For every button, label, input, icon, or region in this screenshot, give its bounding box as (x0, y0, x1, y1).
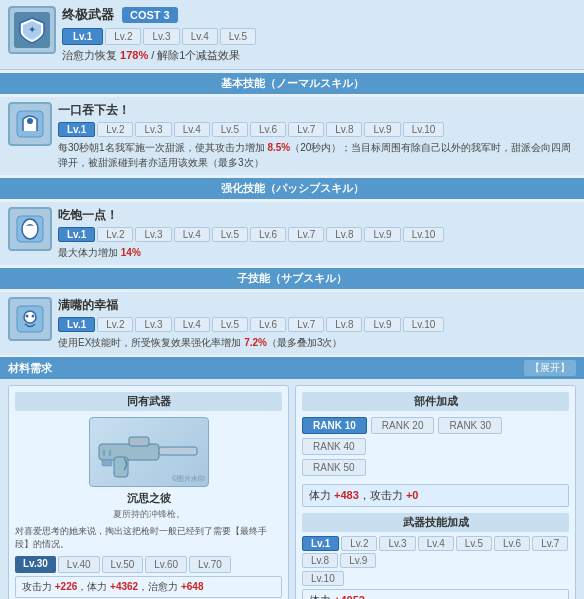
ws-stat-hp: +4052 (334, 594, 365, 599)
gun-sprite-svg (94, 422, 204, 482)
rank-row-1: RANK 10 RANK 20 RANK 30 RANK 40 (302, 417, 569, 455)
weapon-lv2[interactable]: Lv.2 (105, 28, 141, 45)
basic-lv8[interactable]: Lv.8 (326, 122, 362, 137)
wlevel-heal: +648 (181, 581, 204, 592)
parts-panel: 部件加成 RANK 10 RANK 20 RANK 30 RANK 40 RAN… (295, 385, 576, 599)
rank10-btn[interactable]: RANK 10 (302, 417, 367, 434)
basic-skill-icon (8, 102, 52, 146)
ws-lv5[interactable]: Lv.5 (456, 536, 492, 551)
ws-lv1[interactable]: Lv.1 (302, 536, 339, 551)
sub-lv1[interactable]: Lv.1 (58, 317, 95, 332)
svg-rect-12 (129, 437, 149, 446)
enh-lv7[interactable]: Lv.7 (288, 227, 324, 242)
basic-lv2[interactable]: Lv.2 (97, 122, 133, 137)
enh-lv8[interactable]: Lv.8 (326, 227, 362, 242)
basic-skill-name: 一口吞下去！ (58, 102, 576, 119)
svg-point-8 (32, 315, 35, 318)
rank-stat-hp: +483 (334, 489, 359, 501)
enhance-skill-levels: Lv.1 Lv.2 Lv.3 Lv.4 Lv.5 Lv.6 Lv.7 Lv.8 … (58, 227, 576, 242)
enh-lv5[interactable]: Lv.5 (212, 227, 248, 242)
ws-lv6[interactable]: Lv.6 (494, 536, 530, 551)
sub-lv4[interactable]: Lv.4 (174, 317, 210, 332)
ws-lv10[interactable]: Lv.10 (302, 571, 344, 586)
enh-lv10[interactable]: Lv.10 (403, 227, 445, 242)
materials-title: 材料需求 (8, 361, 52, 376)
sub-lv8[interactable]: Lv.8 (326, 317, 362, 332)
rank30-btn[interactable]: RANK 30 (438, 417, 502, 434)
sub-lv2[interactable]: Lv.2 (97, 317, 133, 332)
ws-lv4[interactable]: Lv.4 (418, 536, 454, 551)
ws-lv9[interactable]: Lv.9 (340, 553, 376, 568)
basic-lv5[interactable]: Lv.5 (212, 122, 248, 137)
basic-lv10[interactable]: Lv.10 (403, 122, 445, 137)
weapon-lv5[interactable]: Lv.5 (220, 28, 256, 45)
enh-lv4[interactable]: Lv.4 (174, 227, 210, 242)
enhance-skill-name: 吃饱一点！ (58, 207, 576, 224)
weapon-name: 终极武器 (62, 6, 114, 24)
enhance-skill-content: 吃饱一点！ Lv.1 Lv.2 Lv.3 Lv.4 Lv.5 Lv.6 Lv.7… (58, 207, 576, 260)
enhance-skill-svg (15, 214, 45, 244)
rank20-btn[interactable]: RANK 20 (371, 417, 435, 434)
wlv50[interactable]: Lv.50 (102, 556, 144, 573)
own-weapon-panel: 同有武器 (8, 385, 289, 599)
weapon-lv1[interactable]: Lv.1 (62, 28, 103, 45)
weapon-lv4[interactable]: Lv.4 (182, 28, 218, 45)
wlevel-row: Lv.30 Lv.40 Lv.50 Lv.60 Lv.70 (15, 556, 282, 573)
weapon-sprite-sub: 夏所持的冲锋枪。 (113, 508, 185, 521)
basic-lv9[interactable]: Lv.9 (364, 122, 400, 137)
basic-lv3[interactable]: Lv.3 (135, 122, 171, 137)
weapon-svg-icon: ✦ (18, 16, 46, 44)
basic-skill-levels: Lv.1 Lv.2 Lv.3 Lv.4 Lv.5 Lv.6 Lv.7 Lv.8 … (58, 122, 576, 137)
weapon-title-area: 终极武器 COST 3 Lv.1 Lv.2 Lv.3 Lv.4 Lv.5 治愈力… (62, 6, 576, 63)
rank40-btn[interactable]: RANK 40 (302, 438, 366, 455)
wlv40[interactable]: Lv.40 (58, 556, 100, 573)
ws-levels: Lv.1 Lv.2 Lv.3 Lv.4 Lv.5 Lv.6 Lv.7 Lv.8 … (302, 536, 569, 568)
basic-lv7[interactable]: Lv.7 (288, 122, 324, 137)
enh-lv9[interactable]: Lv.9 (364, 227, 400, 242)
enh-lv3[interactable]: Lv.3 (135, 227, 171, 242)
basic-lv1[interactable]: Lv.1 (58, 122, 95, 137)
enh-lv6[interactable]: Lv.6 (250, 227, 286, 242)
enhance-skill-desc: 最大体力增加 14% (58, 245, 576, 260)
svg-rect-15 (102, 460, 112, 466)
basic-lv6[interactable]: Lv.6 (250, 122, 286, 137)
basic-skill-svg (15, 109, 45, 139)
weapon-lv3[interactable]: Lv.3 (143, 28, 179, 45)
sub-lv3[interactable]: Lv.3 (135, 317, 171, 332)
rank-stat: 体力 +483，攻击力 +0 (302, 484, 569, 507)
basic-skill-content: 一口吞下去！ Lv.1 Lv.2 Lv.3 Lv.4 Lv.5 Lv.6 Lv.… (58, 102, 576, 170)
sub-lv9[interactable]: Lv.9 (364, 317, 400, 332)
ws-lv8[interactable]: Lv.8 (302, 553, 338, 568)
wlv30[interactable]: Lv.30 (15, 556, 56, 573)
basic-skill-desc: 每30秒朝1名我军施一次甜派，使其攻击力增加 8.5%（20秒内）；当目标周围有… (58, 140, 576, 170)
ws-lv3[interactable]: Lv.3 (379, 536, 415, 551)
enh-lv1[interactable]: Lv.1 (58, 227, 95, 242)
basic-lv4[interactable]: Lv.4 (174, 122, 210, 137)
enh-lv2[interactable]: Lv.2 (97, 227, 133, 242)
sub-lv10[interactable]: Lv.10 (403, 317, 445, 332)
svg-rect-9 (99, 444, 159, 460)
wlv70[interactable]: Lv.70 (189, 556, 231, 573)
rank-stat-atk: +0 (406, 489, 419, 501)
own-weapon-title: 同有武器 (15, 392, 282, 411)
sub-lv6[interactable]: Lv.6 (250, 317, 286, 332)
sub-pct: 7.2% (244, 337, 267, 348)
ws-panel-title: 武器技能加成 (302, 513, 569, 532)
materials-grid: 同有武器 (8, 385, 576, 599)
ws-lv2[interactable]: Lv.2 (341, 536, 377, 551)
sub-skill-content: 满嘴的幸福 Lv.1 Lv.2 Lv.3 Lv.4 Lv.5 Lv.6 Lv.7… (58, 297, 576, 350)
sub-lv5[interactable]: Lv.5 (212, 317, 248, 332)
rank-row-2: RANK 50 (302, 459, 569, 476)
basic-skill-row: 一口吞下去！ Lv.1 Lv.2 Lv.3 Lv.4 Lv.5 Lv.6 Lv.… (0, 97, 584, 175)
rank50-btn[interactable]: RANK 50 (302, 459, 366, 476)
ws-stat: 体力 +4052 (302, 589, 569, 599)
sub-skill-row: 满嘴的幸福 Lv.1 Lv.2 Lv.3 Lv.4 Lv.5 Lv.6 Lv.7… (0, 292, 584, 355)
wlv60[interactable]: Lv.60 (145, 556, 187, 573)
collapse-button[interactable]: 【展开】 (524, 360, 576, 376)
enh-pct: 14% (121, 247, 141, 258)
sub-skill-desc: 使用EX技能时，所受恢复效果强化率增加 7.2%（最多叠加3次） (58, 335, 576, 350)
sub-lv7[interactable]: Lv.7 (288, 317, 324, 332)
ws-extra-level-row: Lv.10 (302, 571, 569, 586)
weapon-flavor: 对喜爱思考的她来说，掏出这把枪时一般已经到了需要【最终手段】的情况。 (15, 525, 282, 550)
ws-lv7[interactable]: Lv.7 (532, 536, 568, 551)
